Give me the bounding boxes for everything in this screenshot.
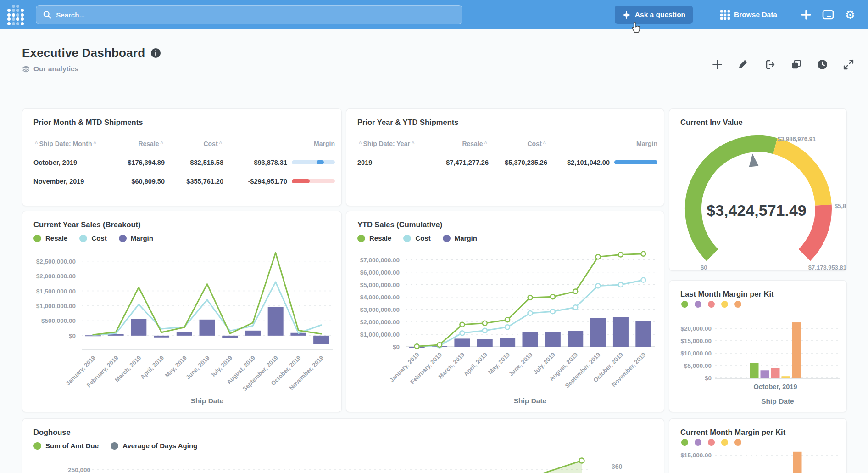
table-row[interactable]: October, 2019 $176,394.89 $82,516.58 $93… <box>33 153 335 172</box>
legend-item-resale[interactable]: Resale <box>357 234 391 242</box>
bar-chart[interactable]: $15,000.00 <box>669 419 846 473</box>
legend-dot[interactable] <box>681 301 688 308</box>
legend-item-margin[interactable]: Margin <box>119 234 153 242</box>
column-header-margin[interactable]: Margin <box>547 140 657 147</box>
history-button[interactable] <box>817 59 828 70</box>
svg-text:$10,000.00: $10,000.00 <box>680 350 712 357</box>
card-title: Last Month Margin per Kit <box>680 290 774 298</box>
sort-caret-icon: ^ <box>483 141 489 146</box>
column-header-ship-date-month[interactable]: ^Ship Date: Month^ <box>33 140 111 147</box>
search-input[interactable] <box>56 11 456 19</box>
expand-icon <box>843 59 854 70</box>
sparkle-icon <box>622 11 631 19</box>
svg-text:May, 2019: May, 2019 <box>164 355 188 379</box>
legend-item-amt-due[interactable]: Sum of Amt Due <box>33 442 99 450</box>
sort-caret-icon: ^ <box>357 141 363 146</box>
sort-caret-icon: ^ <box>33 141 39 146</box>
svg-text:360: 360 <box>612 463 623 470</box>
fullscreen-button[interactable] <box>843 59 854 70</box>
legend-dot[interactable] <box>734 439 741 446</box>
column-header-cost[interactable]: Cost^ <box>165 140 223 147</box>
settings-button[interactable]: ⚙ <box>842 7 858 23</box>
breadcrumb-collection[interactable]: Our analytics <box>22 65 161 73</box>
copy-icon <box>790 59 802 70</box>
svg-text:$15,000.00: $15,000.00 <box>680 452 712 459</box>
cell-period[interactable]: 2019 <box>357 159 434 166</box>
grid-icon <box>720 10 730 20</box>
add-card-button[interactable] <box>712 59 723 70</box>
legend-dot[interactable] <box>721 301 728 308</box>
column-header-margin[interactable]: Margin <box>223 140 335 147</box>
cell-resale[interactable]: $60,809.50 <box>111 178 165 185</box>
svg-text:$3,424,571.49: $3,424,571.49 <box>707 202 806 219</box>
column-header-ship-date-year[interactable]: ^Ship Date: Year^ <box>357 140 434 147</box>
cell-margin[interactable]: $93,878.31 <box>223 159 287 166</box>
card-title: YTD Sales (Cumulative) <box>357 220 442 229</box>
cell-margin[interactable]: $2,101,042.00 <box>547 159 610 166</box>
browse-data-button[interactable]: Browse Data <box>720 10 777 20</box>
svg-text:$5,889: $5,889 <box>835 203 847 209</box>
svg-text:$500,000.00: $500,000.00 <box>41 317 76 324</box>
column-header-cost[interactable]: Cost^ <box>489 140 547 147</box>
cell-cost[interactable]: $82,516.58 <box>165 159 223 166</box>
legend-dot[interactable] <box>734 301 741 308</box>
bar-chart[interactable]: $20,000.00$15,000.00$10,000.00$5,000.00$… <box>669 281 846 412</box>
svg-text:$1,000,000.00: $1,000,000.00 <box>360 331 400 338</box>
cell-margin[interactable]: -$294,951.70 <box>223 178 287 185</box>
legend-item-days-aging[interactable]: Average of Days Aging <box>111 442 197 450</box>
sort-caret-icon: ^ <box>92 141 98 146</box>
edit-dashboard-button[interactable] <box>738 59 749 70</box>
legend-item-cost[interactable]: Cost <box>79 234 106 242</box>
svg-text:$0: $0 <box>705 375 712 382</box>
terminal-icon <box>822 9 834 20</box>
cell-period[interactable]: October, 2019 <box>33 159 111 166</box>
sql-editor-button[interactable] <box>820 7 836 23</box>
card-title: Current Month Margin per Kit <box>680 428 785 437</box>
legend-dot <box>79 235 87 242</box>
legend-dot <box>357 235 365 242</box>
svg-text:October, 2019: October, 2019 <box>753 383 797 390</box>
svg-text:$0: $0 <box>69 332 76 339</box>
ask-question-button[interactable]: Ask a question <box>615 6 693 24</box>
card-title: Current Year Sales (Breakout) <box>33 220 141 229</box>
legend-dot[interactable] <box>695 301 701 308</box>
column-header-resale[interactable]: Resale^ <box>434 140 489 147</box>
svg-text:April, 2019: April, 2019 <box>139 355 165 381</box>
cell-period[interactable]: November, 2019 <box>33 178 111 185</box>
table-row[interactable]: 2019 $7,471,277.26 $5,370,235.26 $2,101,… <box>357 153 657 172</box>
page-title: Executive Dashboard <box>22 46 145 60</box>
cell-cost[interactable]: $355,761.20 <box>165 178 223 185</box>
info-icon[interactable] <box>150 48 161 58</box>
chart-legend: Sum of Amt Due Average of Days Aging <box>33 442 197 450</box>
cell-resale[interactable]: $176,394.89 <box>111 159 165 166</box>
duplicate-button[interactable] <box>790 59 802 70</box>
table-row[interactable]: November, 2019 $60,809.50 $355,761.20 -$… <box>33 172 335 191</box>
sharing-button[interactable] <box>764 59 776 70</box>
legend-dot[interactable] <box>721 439 728 446</box>
legend-dot[interactable] <box>695 439 701 446</box>
gauge-chart[interactable]: $3,986,976.91$5,889$0$7,173,953.81$3,424… <box>669 109 846 270</box>
legend-dot[interactable] <box>708 439 715 446</box>
margin-minibar <box>614 160 657 164</box>
sort-caret-icon: ^ <box>410 141 416 146</box>
cell-cost[interactable]: $5,370,235.26 <box>489 159 547 166</box>
legend-item-cost[interactable]: Cost <box>403 234 430 242</box>
legend-dot[interactable] <box>708 301 715 308</box>
svg-text:250,000: 250,000 <box>68 467 90 473</box>
column-header-resale[interactable]: Resale^ <box>111 140 165 147</box>
card-prior-year-shipments: Prior Year & YTD Shipments ^Ship Date: Y… <box>346 108 664 206</box>
svg-text:$7,173,953.81: $7,173,953.81 <box>808 264 846 271</box>
metabase-logo[interactable] <box>7 6 26 24</box>
card-title: Doghouse <box>33 428 71 437</box>
legend-dot[interactable] <box>681 439 688 446</box>
svg-text:$2,000,000.00: $2,000,000.00 <box>36 273 76 280</box>
clock-icon <box>817 59 828 70</box>
card-current-month-margin: Current Month Margin per Kit $15,000.00 <box>669 418 847 473</box>
cell-resale[interactable]: $7,471,277.26 <box>434 159 489 166</box>
search-bar[interactable] <box>36 5 462 24</box>
legend-item-margin[interactable]: Margin <box>443 234 477 242</box>
legend-item-resale[interactable]: Resale <box>33 234 67 242</box>
svg-text:April, 2019: April, 2019 <box>462 351 489 377</box>
new-item-button[interactable] <box>798 7 814 23</box>
card-current-year-sales: Current Year Sales (Breakout) Resale Cos… <box>22 211 342 412</box>
